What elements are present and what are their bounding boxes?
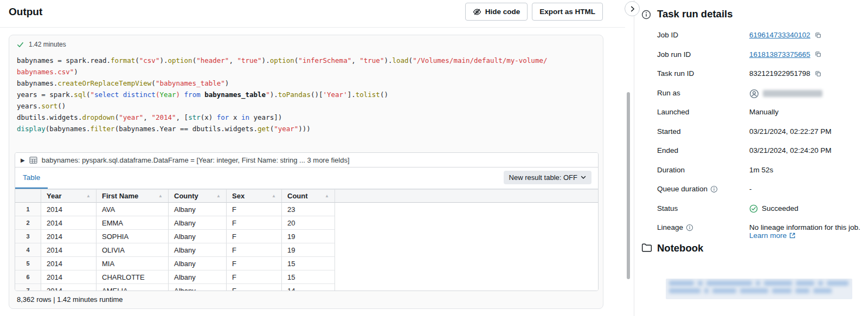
detail-row-duration: Duration1m 52s [657,161,863,180]
result-table: Year▲First Name▲County▲Sex▲Count▲12014AV… [15,189,598,291]
table-cell: 2014 [41,270,97,284]
detail-value-wrap: 832121922951798 [749,69,822,78]
table-cell: SOPHIA [97,230,169,243]
header-filler [335,189,598,203]
code-block[interactable]: babynames = spark.read.format("csv").opt… [17,55,597,134]
column-label: Year [47,192,61,200]
chevron-down-icon [581,176,586,179]
tab-table-label: Table [23,173,40,182]
table-cell: F [227,284,282,291]
export-html-button[interactable]: Export as HTML [532,3,603,21]
table-row: 42014OLIVIAAlbanyF19 [15,243,598,257]
detail-value: - [749,185,752,193]
id-link[interactable]: 619614733340102 [749,31,811,39]
eye-off-icon [473,8,481,16]
column-label: Count [287,192,308,200]
result-table-footer: 8,362 rows | 1.42 minutes runtime [17,295,123,304]
detail-label: Queue duration [657,185,749,193]
detail-value-wrap [749,89,822,99]
detail-value: 1m 52s [749,166,773,174]
detail-value: 832121922951798 [749,69,811,78]
table-cell: 15 [282,270,335,284]
column-header-first-name[interactable]: First Name▲ [97,189,169,203]
detail-row-lineage: LineageNo lineage information for this j… [657,218,863,240]
row-number: 6 [15,270,41,284]
disclosure-triangle-icon[interactable]: ▶ [21,157,25,163]
sort-arrow-icon[interactable]: ▲ [83,194,91,198]
redacted-text-blob [772,288,792,293]
redacted-text-blob [669,288,700,293]
sort-arrow-icon[interactable]: ▲ [268,194,276,198]
dataframe-summary-row[interactable]: ▶ babynames: pyspark.sql.dataframe.DataF… [15,153,598,167]
table-cell: 14 [282,284,335,291]
table-cell: Albany [169,216,227,230]
column-header-county[interactable]: County▲ [169,189,227,203]
chevron-right-icon [629,6,635,12]
redacted-text-blob [813,288,832,293]
learn-more-link[interactable]: Learn more [749,231,796,240]
column-header-year[interactable]: Year▲ [41,189,97,203]
info-icon[interactable] [641,10,651,20]
detail-value: Manually [749,108,779,116]
detail-row-job-id: Job ID619614733340102 [657,26,863,46]
info-icon[interactable] [686,224,693,231]
copy-icon[interactable] [814,31,822,39]
success-check-icon [17,41,24,48]
detail-value-wrap: 03/21/2024, 02:22:27 PM [749,127,832,136]
detail-row-ended: Ended03/21/2024, 02:24:20 PM [657,141,863,161]
output-panel: Output Hide code Export as HTML [0,0,634,316]
sort-arrow-icon[interactable]: ▲ [155,194,163,198]
header-buttons: Hide code Export as HTML [465,3,603,21]
row-number: 4 [15,243,41,257]
detail-label: Launched [657,108,749,116]
table-cell: 15 [282,257,335,270]
output-header: Output Hide code Export as HTML [0,0,625,28]
detail-value-wrap: - [749,185,752,193]
id-link[interactable]: 161813873375665 [749,50,811,59]
user-avatar-icon [749,89,759,99]
info-icon[interactable] [710,185,718,193]
table-cell: 19 [282,230,335,243]
table-cell: Albany [169,270,227,284]
detail-label: Started [657,127,749,136]
table-cell: 23 [282,203,335,216]
copy-icon[interactable] [814,70,822,78]
column-header-sex[interactable]: Sex▲ [227,189,282,203]
row-filler [335,243,598,257]
code-line: babynames.csv") [17,66,597,78]
table-row: 12014AVAAlbanyF23 [15,203,598,216]
column-label: Sex [232,192,245,200]
detail-row-started: Started03/21/2024, 02:22:27 PM [657,122,863,142]
vertical-scrollbar-thumb[interactable] [627,92,630,279]
table-cell: 2014 [41,243,97,257]
output-cell-card: 1.42 minutes babynames = spark.read.form… [9,35,603,309]
column-header-count[interactable]: Count▲ [282,189,335,203]
tab-table[interactable]: Table [15,167,48,189]
table-cell: 2014 [41,216,97,230]
table-cell: Albany [169,203,227,216]
detail-row-run-as: Run as [657,84,863,104]
row-filler [335,230,598,243]
detail-row-status: StatusSucceeded [657,199,863,219]
sort-arrow-icon[interactable]: ▲ [322,194,329,198]
row-filler [335,284,598,291]
sort-arrow-icon[interactable]: ▲ [213,194,221,198]
task-run-details-title: Task run details [657,8,732,20]
row-number: 1 [15,203,41,216]
table-cell: F [227,257,282,270]
hide-code-label: Hide code [485,8,520,16]
notebook-path-redacted[interactable] [666,279,852,299]
collapse-panel-button[interactable] [625,1,640,16]
task-run-details-panel: Task run details Job ID619614733340102Jo… [634,0,868,316]
copy-icon[interactable] [814,50,822,58]
column-label: First Name [102,192,138,200]
detail-value: 03/21/2024, 02:22:27 PM [749,127,832,136]
dataframe-summary-text: babynames: pyspark.sql.dataframe.DataFra… [42,156,350,164]
redacted-text-blob [818,281,823,286]
detail-row-launched: LaunchedManually [657,103,863,122]
redacted-text-blob [698,281,703,286]
page-title: Output [9,6,42,18]
table-cell: Albany [169,243,227,257]
hide-code-button[interactable]: Hide code [465,3,528,21]
new-result-table-toggle[interactable]: New result table: OFF [504,171,591,184]
